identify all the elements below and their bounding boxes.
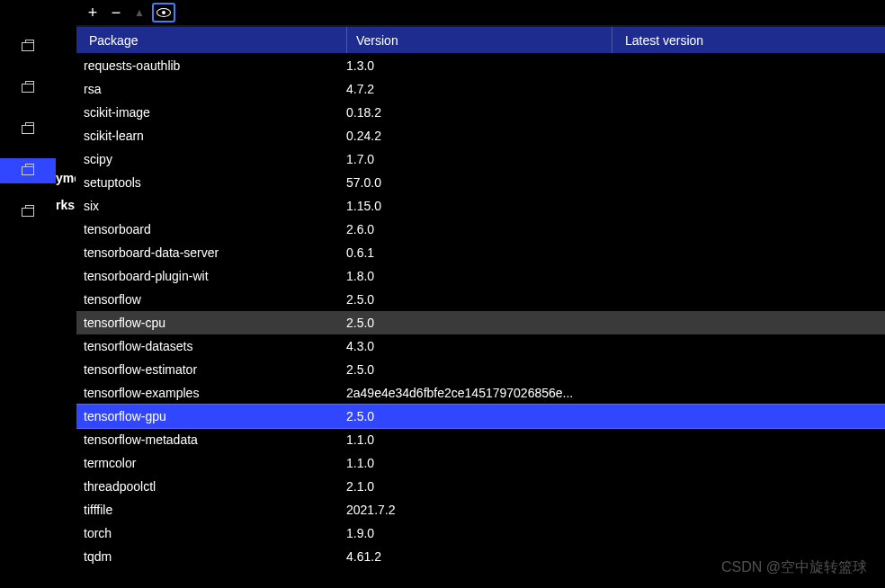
remove-button[interactable]: − xyxy=(105,3,127,22)
sidebar-nav-item-5[interactable] xyxy=(0,200,56,225)
package-name-cell: scikit-image xyxy=(76,105,343,120)
package-name-cell: tensorflow-gpu xyxy=(76,409,343,423)
package-name-cell: requests-oauthlib xyxy=(76,58,343,73)
table-row[interactable]: scikit-learn0.24.2 xyxy=(76,124,885,147)
package-version-cell: 4.7.2 xyxy=(343,82,608,96)
package-table-body: requests-oauthlib1.3.0rsa4.7.2scikit-ima… xyxy=(76,54,885,588)
package-name-cell: setuptools xyxy=(76,175,343,190)
module-icon xyxy=(22,208,34,217)
package-version-cell: 2.5.0 xyxy=(343,409,608,423)
package-version-cell: 0.18.2 xyxy=(343,105,608,120)
table-row[interactable]: tensorflow-metadata1.1.0 xyxy=(76,428,885,451)
package-name-cell: tifffile xyxy=(76,503,343,517)
sidebar-nav-item-3[interactable] xyxy=(0,117,56,142)
package-name-cell: tensorflow xyxy=(76,292,343,307)
show-early-releases-button[interactable] xyxy=(152,3,175,22)
module-icon xyxy=(22,166,34,175)
plus-icon: + xyxy=(88,4,98,22)
package-version-cell: 0.24.2 xyxy=(343,129,608,143)
package-version-cell: 2.5.0 xyxy=(343,362,608,377)
package-table-header: Package Version Latest version xyxy=(76,27,885,54)
watermark-text: CSDN @空中旋转篮球 xyxy=(721,558,867,577)
sidebar-nav-item-1[interactable] xyxy=(0,34,56,59)
package-name-cell: tensorflow-datasets xyxy=(76,339,343,353)
sidebar-nav-item-2[interactable] xyxy=(0,76,56,101)
package-name-cell: tqdm xyxy=(76,549,343,564)
sidebar-icon-column xyxy=(0,0,56,588)
package-version-cell: 4.3.0 xyxy=(343,339,608,353)
table-row[interactable]: tensorflow-gpu2.5.0 xyxy=(76,405,885,428)
package-name-cell: tensorboard-data-server xyxy=(76,245,343,260)
table-row[interactable]: rsa4.7.2 xyxy=(76,77,885,101)
triangle-up-icon: ▲ xyxy=(134,6,145,19)
table-row[interactable]: requests-oauthlib1.3.0 xyxy=(76,54,885,77)
toolbar: + − ▲ xyxy=(76,0,885,27)
table-row[interactable]: tensorflow-estimator2.5.0 xyxy=(76,358,885,381)
package-version-cell: 2.5.0 xyxy=(343,316,608,330)
module-icon xyxy=(22,42,34,51)
table-row[interactable]: tensorboard-data-server0.6.1 xyxy=(76,241,885,264)
package-version-cell: 2021.7.2 xyxy=(343,503,608,517)
package-name-cell: tensorflow-metadata xyxy=(76,432,343,447)
package-name-cell: tensorboard-plugin-wit xyxy=(76,269,343,283)
package-name-cell: torch xyxy=(76,526,343,540)
table-row[interactable]: termcolor1.1.0 xyxy=(76,451,885,475)
package-version-cell: 4.61.2 xyxy=(343,549,608,564)
sidebar-label-2: rks xyxy=(56,198,76,212)
table-row[interactable]: tensorflow-examples2a49e4e34d6fbfe2ce145… xyxy=(76,381,885,405)
table-row[interactable]: scipy1.7.0 xyxy=(76,147,885,171)
package-name-cell: scipy xyxy=(76,152,343,166)
package-name-cell: tensorflow-cpu xyxy=(76,316,343,330)
package-version-cell: 1.15.0 xyxy=(343,199,608,213)
table-row[interactable]: six1.15.0 xyxy=(76,194,885,218)
column-header-latest[interactable]: Latest version xyxy=(612,27,885,53)
package-version-cell: 2.1.0 xyxy=(343,479,608,494)
module-icon xyxy=(22,125,34,134)
column-header-version[interactable]: Version xyxy=(346,27,612,53)
upgrade-button[interactable]: ▲ xyxy=(129,3,150,22)
package-name-cell: rsa xyxy=(76,82,343,96)
package-version-cell: 1.1.0 xyxy=(343,456,608,470)
package-name-cell: tensorflow-examples xyxy=(76,386,343,400)
package-name-cell: tensorflow-estimator xyxy=(76,362,343,377)
package-version-cell: 2.6.0 xyxy=(343,222,608,236)
package-version-cell: 1.9.0 xyxy=(343,526,608,540)
table-row[interactable]: tensorflow2.5.0 xyxy=(76,288,885,311)
eye-icon xyxy=(156,8,171,17)
table-row[interactable]: setuptools57.0.0 xyxy=(76,171,885,194)
package-version-cell: 1.3.0 xyxy=(343,58,608,73)
table-row[interactable]: tensorboard2.6.0 xyxy=(76,218,885,241)
package-version-cell: 57.0.0 xyxy=(343,175,608,190)
table-row[interactable]: scikit-image0.18.2 xyxy=(76,101,885,124)
package-version-cell: 1.1.0 xyxy=(343,432,608,447)
sidebar-label-column: yment rks xyxy=(56,0,76,588)
package-name-cell: tensorboard xyxy=(76,222,343,236)
sidebar-label-1: yment xyxy=(56,171,76,185)
package-version-cell: 0.6.1 xyxy=(343,245,608,260)
table-row[interactable]: tifffile2021.7.2 xyxy=(76,498,885,521)
package-version-cell: 2.5.0 xyxy=(343,292,608,307)
main-panel: + − ▲ Package Version Latest version req… xyxy=(76,0,885,588)
table-row[interactable]: tensorflow-datasets4.3.0 xyxy=(76,334,885,358)
package-version-cell: 2a49e4e34d6fbfe2ce1451797026856e... xyxy=(343,386,608,400)
column-header-package[interactable]: Package xyxy=(76,33,346,48)
package-name-cell: six xyxy=(76,199,343,213)
minus-icon: − xyxy=(112,4,121,22)
table-row[interactable]: torch1.9.0 xyxy=(76,521,885,545)
module-icon xyxy=(22,84,34,93)
package-version-cell: 1.7.0 xyxy=(343,152,608,166)
table-row[interactable]: threadpoolctl2.1.0 xyxy=(76,475,885,498)
sidebar-nav-item-4[interactable] xyxy=(0,158,56,183)
table-row[interactable]: tensorboard-plugin-wit1.8.0 xyxy=(76,264,885,288)
table-row[interactable]: tensorflow-cpu2.5.0 xyxy=(76,311,885,334)
package-name-cell: termcolor xyxy=(76,456,343,470)
package-version-cell: 1.8.0 xyxy=(343,269,608,283)
package-name-cell: scikit-learn xyxy=(76,129,343,143)
package-name-cell: threadpoolctl xyxy=(76,479,343,494)
add-button[interactable]: + xyxy=(82,3,103,22)
